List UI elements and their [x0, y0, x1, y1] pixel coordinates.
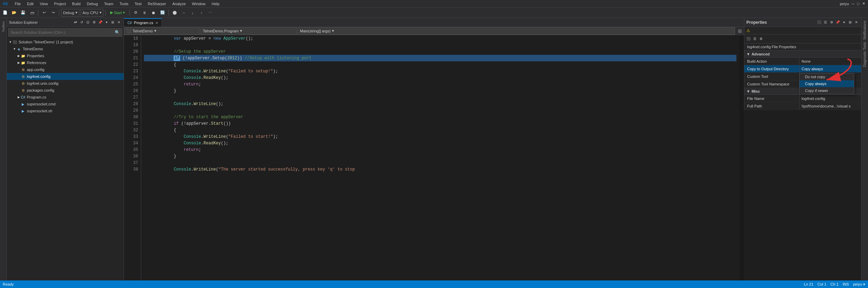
- toolbar-breakpoint[interactable]: ⬤: [171, 9, 178, 17]
- props-float-btn[interactable]: ⊞: [847, 20, 853, 25]
- prop-name-copy-output: Copy to Output Directory: [744, 65, 799, 72]
- dropdown-item-no-copy[interactable]: Do not copy: [799, 73, 854, 80]
- toolbar-step-out[interactable]: ↑: [198, 9, 205, 17]
- status-ins: INS: [843, 282, 849, 287]
- category-label-misc: Misc: [752, 89, 760, 93]
- code-line-36: }: [144, 153, 736, 160]
- tree-supersocket-sh[interactable]: ▶ supersocket.sh: [7, 107, 124, 114]
- panel-float-btn[interactable]: ⊞: [110, 20, 115, 25]
- menu-team[interactable]: Team: [101, 1, 116, 7]
- toolbar-attach[interactable]: ⚙: [132, 9, 140, 17]
- folder-icon: 📁: [21, 60, 25, 65]
- menu-analyze[interactable]: Analyze: [169, 1, 188, 7]
- tree-solution[interactable]: ▼ ⬛ Solution 'TelnetDemo' (1 project): [7, 39, 124, 45]
- props-row-file-name[interactable]: File Name log4net.config: [744, 95, 861, 102]
- menu-build[interactable]: Build: [69, 1, 83, 7]
- props-pin-btn[interactable]: 📌: [835, 20, 840, 25]
- nav-method-dropdown[interactable]: Main(string[] args) ▾: [298, 27, 735, 35]
- menu-window[interactable]: Window: [189, 1, 208, 7]
- tree-references[interactable]: ▶ 📁 References: [7, 59, 124, 66]
- dropdown-item-copy-always[interactable]: Copy always: [799, 80, 854, 87]
- line-num-37: 37: [125, 160, 138, 166]
- window-close[interactable]: ✕: [862, 1, 865, 6]
- toolbar-redo[interactable]: ↪: [49, 9, 57, 17]
- menu-view[interactable]: View: [37, 1, 51, 7]
- tree-properties[interactable]: ▶ 📁 Properties: [7, 52, 124, 59]
- menu-file[interactable]: File: [12, 1, 24, 7]
- menu-project[interactable]: Project: [51, 1, 69, 7]
- props-row-copy-to-output[interactable]: Copy to Output Directory Copy always: [744, 65, 861, 73]
- tree-app-config[interactable]: ⚙ app.config: [7, 66, 124, 73]
- tree-project[interactable]: ▼ ◆ TelnetDemo: [7, 45, 124, 52]
- panel-sync-btn[interactable]: ⇄: [73, 20, 78, 25]
- start-button[interactable]: ▶ Start ▾: [108, 9, 127, 17]
- menu-edit[interactable]: Edit: [24, 1, 36, 7]
- toolbar-save-all[interactable]: 🗃: [28, 9, 36, 17]
- tree-log4net-unix-config[interactable]: ⚙ log4net.unix.config: [7, 80, 124, 87]
- solution-icon: ⬛: [12, 40, 17, 44]
- toolbar-more[interactable]: ⋯: [207, 9, 214, 17]
- panel-filter-btn[interactable]: ⊡: [85, 20, 91, 25]
- props-icon-settings[interactable]: ⚙: [758, 36, 764, 42]
- toolbar-step-over[interactable]: →: [180, 9, 187, 17]
- menu-test[interactable]: Test: [132, 1, 144, 7]
- tab-program-cs[interactable]: C# Program.cs ✕: [124, 18, 162, 27]
- platform-dropdown[interactable]: Any CPU ▾: [81, 9, 103, 17]
- debug-mode-dropdown[interactable]: Debug ▾: [61, 9, 79, 17]
- notifications-label[interactable]: Notifications: [863, 21, 867, 39]
- props-row-build-action[interactable]: Build Action None: [744, 58, 861, 65]
- panel-menu-btn[interactable]: ▾: [104, 20, 109, 25]
- nav-namespace-dropdown[interactable]: TelnetDemo.Program ▾: [200, 27, 297, 35]
- props-row-full-path[interactable]: Full Path \\psf\home\docume...\visual s: [744, 102, 861, 110]
- tree-supersocket-cmd[interactable]: ▶ supersocket.cmd: [7, 101, 124, 107]
- search-box[interactable]: 🔍: [8, 28, 122, 37]
- code-editor[interactable]: 18 19 20 21 22 23 24 25 26 27 28 29 30 3…: [124, 35, 744, 280]
- window-maximize[interactable]: □: [857, 2, 859, 6]
- toolbar-step-in[interactable]: ↓: [189, 9, 196, 17]
- menu-tools[interactable]: Tools: [117, 1, 131, 7]
- window-minimize[interactable]: ─: [852, 2, 855, 6]
- split-editor-btn[interactable]: ⊞: [736, 27, 744, 35]
- line-num-18: 18: [125, 35, 138, 42]
- tree-packages-config[interactable]: ⚙ packages.config: [7, 87, 124, 94]
- line-num-32: 32: [125, 127, 138, 133]
- app-icon: VS: [3, 2, 8, 6]
- toolbar-undo[interactable]: ↩: [40, 9, 48, 17]
- panel-refresh-btn[interactable]: ↺: [79, 20, 84, 25]
- props-icon-list[interactable]: ☰: [752, 36, 757, 42]
- props-icon-sort[interactable]: ⬛: [746, 36, 751, 42]
- tree-program-cs[interactable]: ▶ C# Program.cs: [7, 94, 124, 101]
- code-content[interactable]: var appServer = new AppServer(); //Setup…: [141, 35, 739, 280]
- menu-debug[interactable]: Debug: [84, 1, 101, 7]
- toolbar-open[interactable]: 📂: [10, 9, 18, 17]
- panel-close-btn[interactable]: ✕: [116, 20, 122, 25]
- tab-bar: C# Program.cs ✕: [124, 18, 744, 27]
- nav-project-dropdown[interactable]: ⬛ TelnetDemo ▾: [124, 27, 200, 35]
- toolbar-stop[interactable]: ⏹: [150, 9, 157, 17]
- panel-settings-btn[interactable]: ⚙: [91, 20, 97, 25]
- toolbar-pause[interactable]: ⏸: [141, 9, 148, 17]
- props-menu-btn[interactable]: ▾: [841, 20, 847, 25]
- props-sort-btn[interactable]: ⬛: [816, 20, 822, 25]
- tree-log4net-config[interactable]: ⚙ log4net.config: [7, 73, 124, 80]
- if-keyword: if: [174, 55, 180, 61]
- copy-output-dropdown[interactable]: Do not copy Copy always Copy if newer: [799, 73, 854, 94]
- menu-resharper[interactable]: ReSharper: [145, 1, 169, 7]
- dropdown-item-copy-newer[interactable]: Copy if newer: [799, 87, 854, 94]
- line-num-22: 22: [125, 61, 138, 68]
- search-input[interactable]: [11, 30, 113, 34]
- tab-close-btn[interactable]: ✕: [155, 21, 158, 25]
- toolbar-new[interactable]: 📄: [1, 9, 9, 17]
- diagnostic-tools-label[interactable]: Diagnostic Tools: [863, 42, 867, 67]
- toolbar-save[interactable]: 💾: [19, 9, 27, 17]
- props-sort2-btn[interactable]: ☰: [823, 20, 828, 25]
- menu-help[interactable]: Help: [209, 1, 222, 7]
- code-line-28: Console.WriteLine();: [144, 101, 736, 107]
- toolbox-label[interactable]: Toolbox: [2, 21, 5, 32]
- panel-pin-btn[interactable]: 📌: [97, 20, 103, 25]
- line-num-20: 20: [125, 48, 138, 55]
- props-close-btn[interactable]: ✕: [854, 20, 859, 25]
- props-settings-btn[interactable]: ⚙: [829, 20, 834, 25]
- prop-value-build-action: None: [799, 58, 861, 65]
- toolbar-restart[interactable]: 🔄: [159, 9, 166, 17]
